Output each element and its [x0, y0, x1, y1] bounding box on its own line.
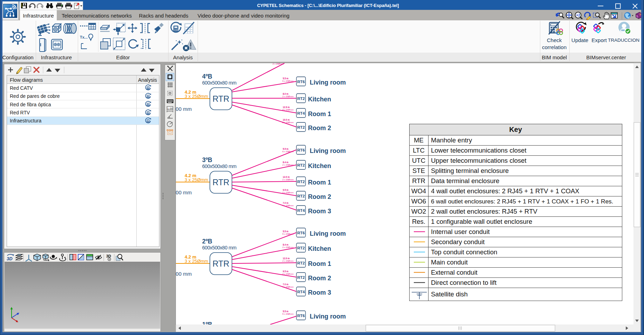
svg-text:1.00: 1.00: [167, 107, 173, 110]
svg-text:3D: 3D: [7, 256, 13, 261]
svg-text:2 x 20Ømm: 2 x 20Ømm: [282, 121, 294, 123]
svg-text:Room 1: Room 1: [308, 110, 331, 118]
svg-text:2 x 20Ømm: 2 x 20Ømm: [282, 260, 294, 262]
svg-text:LTC: LTC: [413, 147, 425, 154]
svg-text:RT4: RT4: [297, 111, 305, 115]
svg-text:ME: ME: [414, 136, 424, 144]
svg-text:RT2: RT2: [297, 246, 305, 250]
svg-text:6 x 20Ømm: 6 x 20Ømm: [282, 313, 294, 315]
svg-text:8.4 m: 8.4 m: [283, 243, 289, 246]
svg-text:3 x 25Ømm: 3 x 25Ømm: [185, 177, 208, 182]
svg-text:×2: ×2: [576, 13, 580, 17]
svg-text:Room 1: Room 1: [308, 179, 331, 186]
svg-text:3ºB: 3ºB: [202, 156, 212, 163]
svg-text:RT2: RT2: [297, 163, 305, 167]
svg-text:RT6: RT6: [297, 148, 305, 152]
svg-text:RT2: RT2: [297, 96, 305, 101]
svg-text:2 wall outlet enclosures: RJ45: 2 wall outlet enclosures: RJ45 + RTV: [431, 208, 537, 215]
svg-text:5.5 m: 5.5 m: [283, 230, 289, 233]
svg-text:Key: Key: [509, 126, 522, 133]
svg-text:Kitchen: Kitchen: [308, 245, 331, 252]
svg-text:Room 2: Room 2: [308, 193, 331, 200]
svg-text:600 mm: 600 mm: [176, 271, 192, 277]
svg-text:5.5 m: 5.5 m: [283, 148, 289, 150]
svg-text:RT2: RT2: [297, 261, 305, 265]
svg-text:4ºB: 4ºB: [202, 73, 212, 80]
svg-text:Internal user conduit: Internal user conduit: [431, 228, 490, 235]
svg-text:4 x 20Ømm: 4 x 20Ømm: [282, 286, 294, 288]
svg-text:Direct connection to lift: Direct connection to lift: [431, 279, 496, 286]
svg-text:10.0 m: 10.0 m: [283, 119, 290, 121]
svg-text:RT4: RT4: [297, 290, 305, 294]
svg-text:Manhole entry: Manhole entry: [431, 136, 472, 144]
svg-text:9.5 m: 9.5 m: [283, 270, 289, 273]
svg-text:Room 3: Room 3: [308, 289, 331, 296]
svg-text:2 x 20Ømm: 2 x 20Ømm: [282, 246, 294, 248]
svg-text:Kitchen: Kitchen: [308, 162, 331, 169]
svg-text:RT6: RT6: [297, 314, 305, 318]
svg-text:Room 1: Room 1: [308, 260, 331, 267]
svg-text:Living room: Living room: [310, 79, 346, 86]
svg-text:Splitting terminal enclosure: Splitting terminal enclosure: [431, 167, 509, 174]
svg-text:2 x 20Ømm: 2 x 20Ømm: [282, 178, 294, 181]
svg-text:2 x 20Ømm: 2 x 20Ømm: [282, 191, 294, 194]
svg-text:RTR: RTR: [213, 94, 229, 103]
svg-text:2 x 20Ømm: 2 x 20Ømm: [282, 273, 294, 275]
svg-text:2ºB: 2ºB: [202, 238, 212, 245]
svg-text:1ºB: 1ºB: [202, 321, 212, 324]
svg-text:4 x 20Ømm: 4 x 20Ømm: [282, 108, 294, 111]
svg-text:3 x 25Ømm: 3 x 25Ømm: [185, 259, 208, 264]
svg-text:RT4: RT4: [297, 208, 305, 213]
svg-text:Satellite dish: Satellite dish: [431, 290, 468, 298]
svg-text:RT2: RT2: [297, 194, 305, 198]
svg-text:Room 3: Room 3: [308, 208, 331, 215]
svg-text:RR: RR: [621, 29, 625, 32]
svg-text:RTR: RTR: [412, 177, 425, 185]
svg-text:5.5 m: 5.5 m: [283, 310, 289, 313]
svg-text:Tx...: Tx...: [80, 35, 88, 39]
svg-text:Res.: Res.: [412, 218, 425, 225]
svg-text:4 x 20Ømm: 4 x 20Ømm: [282, 204, 294, 207]
svg-text:Living room: Living room: [310, 147, 346, 154]
svg-text:12.9 m: 12.9 m: [283, 106, 290, 108]
svg-text:Living room: Living room: [310, 230, 346, 237]
svg-text:4 wall outlet enclosures: 2 RJ: 4 wall outlet enclosures: 2 RJ45 + 1 RTV…: [431, 187, 579, 195]
svg-text:6 wall outlet enclosures: 2 RJ: 6 wall outlet enclosures: 2 RJ45 + 1 RTV…: [431, 198, 613, 205]
svg-text:Data terminal enclosure: Data terminal enclosure: [431, 177, 499, 185]
svg-text:2 x 20Ømm: 2 x 20Ømm: [273, 63, 284, 65]
svg-text:7.0 m: 7.0 m: [283, 202, 289, 204]
svg-text:12.0 m: 12.0 m: [283, 176, 290, 178]
svg-text:Room 2: Room 2: [308, 275, 331, 282]
svg-text:8.4 m: 8.4 m: [283, 161, 289, 163]
svg-text:RT6: RT6: [297, 80, 305, 84]
svg-text:RT6: RT6: [297, 231, 305, 235]
svg-text:?: ?: [639, 13, 641, 16]
svg-text:RT2: RT2: [297, 125, 305, 129]
svg-text:RT2: RT2: [297, 275, 305, 280]
svg-text:Room 2: Room 2: [308, 125, 331, 132]
svg-text:3 x 25Ømm: 3 x 25Ømm: [185, 94, 208, 99]
svg-text:3D: 3D: [106, 254, 111, 258]
svg-text:8.0 m: 8.0 m: [283, 93, 289, 95]
svg-text:External conduit: External conduit: [431, 269, 478, 276]
svg-text:5.5 m: 5.5 m: [283, 77, 289, 80]
svg-text:STE: STE: [412, 167, 425, 174]
svg-text:Secondary conduit: Secondary conduit: [431, 238, 485, 246]
svg-text:1 configurable wall outlet enc: 1 configurable wall outlet enclosure: [431, 218, 532, 225]
svg-text:6 x 20Ømm: 6 x 20Ømm: [282, 150, 294, 153]
svg-text:WO2: WO2: [411, 208, 426, 215]
svg-text:Top conduit connection: Top conduit connection: [431, 248, 497, 256]
svg-text:WO4: WO4: [411, 187, 426, 195]
svg-text:WO6: WO6: [411, 197, 426, 205]
svg-text:RTR: RTR: [213, 259, 229, 268]
svg-text:Living room: Living room: [310, 313, 346, 320]
svg-text:2 x 20Ømm: 2 x 20Ømm: [282, 163, 294, 166]
svg-text:7.0 m: 7.0 m: [283, 283, 289, 286]
svg-text:2 x 20Ømm: 2 x 20Ømm: [282, 95, 294, 98]
svg-text:6 x 20Ømm: 6 x 20Ømm: [282, 233, 294, 235]
svg-text:Upper telecommunications close: Upper telecommunications closet: [431, 157, 527, 164]
svg-text:Lower telecommunications close: Lower telecommunications closet: [431, 147, 527, 154]
svg-text:600x500x80 mm: 600x500x80 mm: [202, 245, 237, 250]
svg-text:600x500x80 mm: 600x500x80 mm: [202, 163, 237, 169]
svg-text:600 mm: 600 mm: [176, 189, 192, 195]
